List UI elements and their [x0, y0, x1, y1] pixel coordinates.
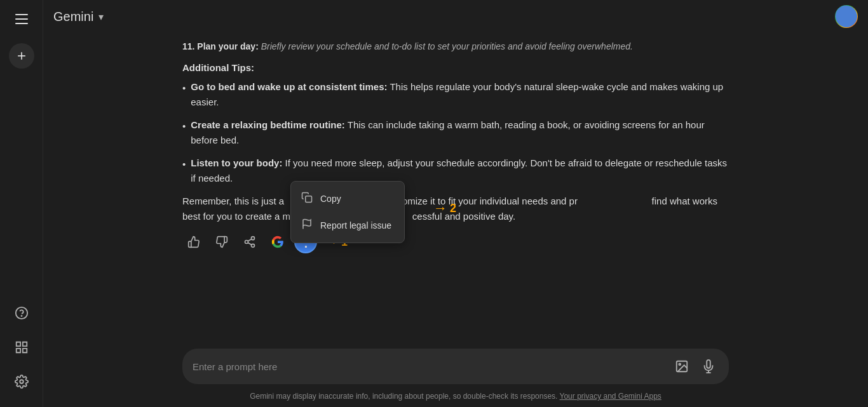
main-content: Gemini ▾ 11. Plan your day: Briefly revi… — [43, 0, 868, 407]
footer-text: Gemini may display inaccurate info, incl… — [250, 392, 557, 401]
thumbs-down-button[interactable] — [210, 230, 233, 253]
input-container — [182, 349, 729, 384]
settings-button[interactable] — [9, 369, 34, 394]
svg-point-13 — [679, 363, 681, 365]
report-menu-item[interactable]: Report legal issue — [291, 212, 404, 239]
tip-bold-3: Listen to your body: — [191, 157, 282, 168]
bullet-dot: • — [182, 119, 186, 134]
google-icon — [271, 236, 284, 248]
tip-text-3: Listen to your body: If you need more sl… — [191, 156, 729, 186]
context-menu: Copy Report legal issue — [290, 181, 405, 243]
flag-icon — [301, 218, 313, 232]
prompt-input[interactable] — [193, 361, 665, 372]
bullet-dot: • — [182, 81, 186, 96]
plus-icon — [15, 50, 28, 62]
svg-rect-5 — [306, 196, 312, 203]
bullet-dot: • — [182, 157, 186, 172]
image-icon — [675, 359, 689, 373]
response-content: 11. Plan your day: Briefly review your s… — [182, 33, 729, 260]
image-upload-button[interactable] — [672, 356, 692, 377]
header-left: Gemini ▾ — [53, 10, 104, 24]
tips-list: • Go to bed and wake up at consistent ti… — [182, 79, 729, 186]
input-area — [43, 341, 868, 388]
plan-day-intro: 11. Plan your day: Briefly review your s… — [182, 39, 729, 53]
svg-point-4 — [20, 380, 24, 384]
google-button[interactable] — [266, 230, 289, 253]
reminder-section: Remember, this is just a an customize it… — [182, 194, 729, 224]
app-title: Gemini — [53, 10, 93, 24]
list-item: • Create a relaxing bedtime routine: Thi… — [182, 117, 729, 148]
svg-point-9 — [252, 244, 255, 248]
tip-text-2: Create a relaxing bedtime routine: This … — [191, 117, 729, 148]
new-chat-button[interactable] — [9, 43, 34, 69]
copy-icon — [301, 192, 313, 206]
thumbs-down-icon — [215, 236, 228, 248]
svg-point-7 — [252, 237, 255, 240]
settings-icon — [15, 375, 29, 389]
share-icon — [243, 236, 256, 248]
additional-tips-title: Additional Tips: — [182, 62, 729, 73]
menu-button[interactable] — [9, 6, 34, 32]
thumbs-up-icon — [187, 236, 200, 248]
svg-point-8 — [245, 241, 248, 244]
svg-line-10 — [248, 243, 252, 245]
activity-icon — [15, 340, 29, 354]
sidebar — [0, 0, 43, 407]
report-label: Report legal issue — [320, 220, 391, 230]
avatar-inner — [836, 6, 857, 27]
copy-label: Copy — [320, 194, 341, 204]
privacy-link[interactable]: Your privacy and Gemini Apps — [560, 392, 661, 401]
reminder-text: Remember, this is just a an customize it… — [182, 194, 729, 224]
help-icon — [15, 306, 29, 320]
help-button[interactable] — [9, 300, 34, 326]
action-bar: ⋮ → 1 — [182, 224, 729, 260]
svg-line-11 — [248, 239, 252, 241]
avatar[interactable] — [835, 5, 858, 28]
header: Gemini ▾ — [43, 0, 868, 33]
chevron-down-icon[interactable]: ▾ — [98, 11, 104, 23]
copy-menu-item[interactable]: Copy — [291, 185, 404, 212]
footer: Gemini may display inaccurate info, incl… — [43, 388, 868, 407]
thumbs-up-button[interactable] — [182, 230, 205, 253]
tip-bold-2: Create a relaxing bedtime routine: — [191, 119, 345, 130]
microphone-icon — [702, 359, 715, 373]
microphone-button[interactable] — [698, 356, 719, 377]
list-item: • Go to bed and wake up at consistent ti… — [182, 79, 729, 110]
share-button[interactable] — [238, 230, 261, 253]
list-item: • Listen to your body: If you need more … — [182, 156, 729, 186]
content-area[interactable]: 11. Plan your day: Briefly review your s… — [43, 33, 868, 341]
tip-bold-1: Go to bed and wake up at consistent time… — [191, 81, 387, 92]
activity-button[interactable] — [9, 335, 34, 360]
plan-day-bold: 11. Plan your day: — [182, 41, 259, 51]
tip-text-1: Go to bed and wake up at consistent time… — [191, 79, 729, 110]
